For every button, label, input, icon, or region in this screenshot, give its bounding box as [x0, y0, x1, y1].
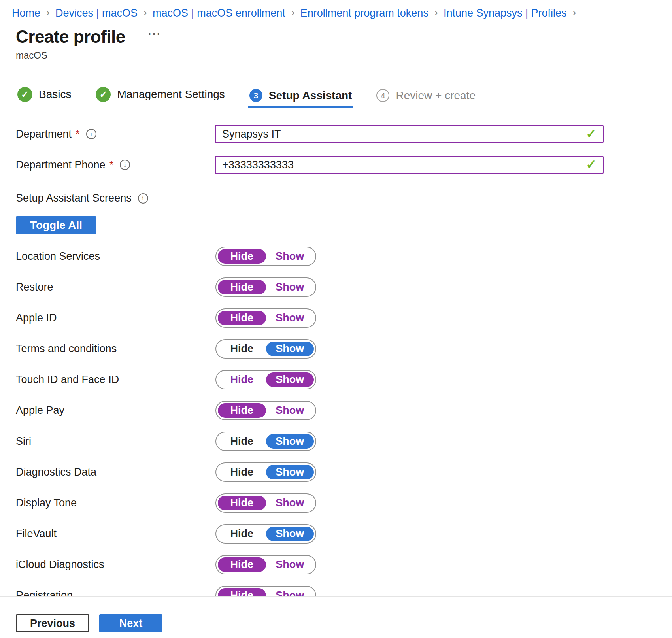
toggle-show-option[interactable]: Show	[266, 403, 314, 418]
chevron-right-icon: ›	[143, 6, 147, 19]
hide-show-toggle[interactable]: Hide Show	[215, 524, 316, 544]
breadcrumb-link[interactable]: Devices | macOS	[55, 7, 138, 19]
toggle-hide-option[interactable]: Hide	[218, 342, 266, 356]
screen-label: Terms and conditions	[16, 343, 215, 355]
toggle-show-option[interactable]: Show	[266, 249, 314, 264]
form-fields: Department * i ✓ Department Phone * i	[16, 125, 672, 174]
toggle-hide-option[interactable]: Hide	[218, 311, 266, 325]
tab-basics[interactable]: ✓ Basics	[16, 87, 73, 108]
step-badge-icon: ✓	[96, 87, 111, 102]
title-row: Create profile ⋯	[16, 27, 672, 47]
breadcrumb-link[interactable]: Intune Synapsys | Profiles	[444, 7, 567, 19]
toggle-hide-option[interactable]: Hide	[218, 249, 266, 264]
info-icon[interactable]: i	[120, 160, 130, 170]
toggle-show-option[interactable]: Show	[266, 372, 314, 387]
toggle-show-option[interactable]: Show	[266, 280, 314, 294]
screen-label: Diagnostics Data	[16, 466, 215, 478]
hide-show-toggle[interactable]: Hide Show	[215, 370, 316, 389]
screen-row-filevault: FileVault Hide Show	[16, 518, 672, 549]
breadcrumb-item-intune-synapsys-profiles: Intune Synapsys | Profiles ›	[444, 6, 582, 20]
hide-show-toggle[interactable]: Hide Show	[215, 277, 316, 297]
step-label: Basics	[39, 88, 71, 101]
field-label: Department * i	[16, 128, 215, 140]
screen-row-apple-pay: Apple Pay Hide Show	[16, 395, 672, 426]
field-label-text: Department	[16, 128, 72, 140]
required-marker: *	[76, 128, 80, 140]
step-badge-icon: 4	[376, 89, 389, 102]
hide-show-toggle[interactable]: Hide Show	[215, 247, 316, 266]
tab-setup-assistant[interactable]: 3 Setup Assistant	[248, 89, 354, 108]
toggle-hide-option[interactable]: Hide	[218, 588, 266, 596]
toggle-hide-option[interactable]: Hide	[218, 527, 266, 541]
hide-show-toggle[interactable]: Hide Show	[215, 586, 316, 596]
screen-row-display-tone: Display Tone Hide Show	[16, 487, 672, 518]
chevron-right-icon: ›	[572, 6, 576, 19]
screen-row-registration: Registration Hide Show	[16, 580, 672, 596]
field-department-phone: Department Phone * i ✓	[16, 156, 672, 174]
setup-screens-list: Location Services Hide Show Restore Hide…	[16, 241, 672, 596]
text-input-wrap: ✓	[215, 156, 604, 174]
hide-show-toggle[interactable]: Hide Show	[215, 462, 316, 482]
screen-label: iCloud Diagnostics	[16, 559, 215, 571]
field-label: Department Phone * i	[16, 159, 215, 171]
hide-show-toggle[interactable]: Hide Show	[215, 432, 316, 451]
overflow-menu-icon[interactable]: ⋯	[147, 30, 162, 38]
toggle-show-option[interactable]: Show	[266, 588, 314, 596]
step-label: Review + create	[396, 89, 476, 102]
toggle-show-option[interactable]: Show	[266, 342, 314, 356]
info-icon[interactable]: i	[86, 129, 96, 139]
toggle-hide-option[interactable]: Hide	[218, 465, 266, 479]
screen-label: Siri	[16, 435, 215, 447]
screen-row-location-services: Location Services Hide Show	[16, 241, 672, 272]
toggle-hide-option[interactable]: Hide	[218, 280, 266, 294]
hide-show-toggle[interactable]: Hide Show	[215, 339, 316, 359]
page-subtitle: macOS	[16, 50, 672, 61]
toggle-show-option[interactable]: Show	[266, 496, 314, 510]
screen-label: Location Services	[16, 250, 215, 262]
screen-row-icloud-diagnostics: iCloud Diagnostics Hide Show	[16, 549, 672, 580]
page-content: Home › Devices | macOS › macOS | macOS e…	[0, 0, 672, 596]
breadcrumb-item-enrollment-program-tokens: Enrollment program tokens ›	[300, 6, 444, 20]
tab-review-create[interactable]: 4 Review + create	[375, 89, 477, 108]
next-button[interactable]: Next	[99, 614, 162, 632]
hide-show-toggle[interactable]: Hide Show	[215, 401, 316, 420]
tab-management-settings[interactable]: ✓ Management Settings	[94, 87, 226, 108]
text-input[interactable]	[216, 157, 603, 173]
text-input[interactable]	[216, 126, 603, 142]
toggle-show-option[interactable]: Show	[266, 434, 314, 449]
hide-show-toggle[interactable]: Hide Show	[215, 555, 316, 574]
checkmark-icon: ✓	[586, 157, 596, 172]
screen-label: Registration	[16, 589, 215, 596]
breadcrumb-link[interactable]: macOS | macOS enrollment	[153, 7, 285, 19]
checkmark-icon: ✓	[586, 126, 596, 141]
toggle-show-option[interactable]: Show	[266, 527, 314, 541]
toggle-show-option[interactable]: Show	[266, 311, 314, 325]
screen-label: Display Tone	[16, 497, 215, 509]
step-badge-icon: 3	[249, 89, 262, 102]
toggle-hide-option[interactable]: Hide	[218, 496, 266, 510]
breadcrumb: Home › Devices | macOS › macOS | macOS e…	[12, 0, 672, 20]
toggle-show-option[interactable]: Show	[266, 465, 314, 479]
footer-bar: Previous Next	[0, 596, 672, 638]
toggle-hide-option[interactable]: Hide	[218, 403, 266, 418]
breadcrumb-link[interactable]: Enrollment program tokens	[300, 7, 428, 19]
page-title: Create profile	[16, 27, 125, 47]
toggle-hide-option[interactable]: Hide	[218, 434, 266, 449]
hide-show-toggle[interactable]: Hide Show	[215, 493, 316, 513]
screen-label: Apple ID	[16, 312, 215, 324]
breadcrumb-item-macos-macos-enrollment: macOS | macOS enrollment ›	[153, 6, 300, 20]
toggle-hide-option[interactable]: Hide	[218, 557, 266, 572]
toggle-show-option[interactable]: Show	[266, 557, 314, 572]
breadcrumb-link[interactable]: Home	[12, 7, 40, 19]
toggle-all-button[interactable]: Toggle All	[16, 216, 96, 234]
screen-row-touch-id-and-face-id: Touch ID and Face ID Hide Show	[16, 364, 672, 395]
breadcrumb-item-home: Home ›	[12, 6, 55, 20]
create-profile-page: Home › Devices | macOS › macOS | macOS e…	[0, 0, 672, 638]
info-icon[interactable]: i	[138, 193, 148, 204]
toggle-hide-option[interactable]: Hide	[218, 372, 266, 387]
previous-button[interactable]: Previous	[16, 614, 89, 632]
step-badge-icon: ✓	[17, 87, 32, 102]
chevron-right-icon: ›	[46, 6, 50, 19]
text-input-wrap: ✓	[215, 125, 604, 143]
hide-show-toggle[interactable]: Hide Show	[215, 308, 316, 328]
